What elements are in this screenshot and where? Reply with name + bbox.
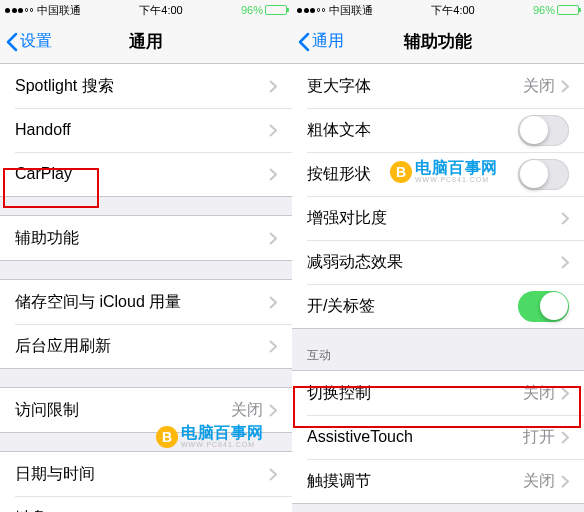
navbar: 设置 通用 — [0, 20, 292, 64]
bold-text-switch[interactable] — [518, 115, 569, 146]
chevron-right-icon — [561, 475, 569, 488]
cell-onoff-labels[interactable]: 开/关标签 — [292, 284, 584, 328]
navbar: 通用 辅助功能 — [292, 20, 584, 64]
onoff-labels-switch[interactable] — [518, 291, 569, 322]
cell-carplay[interactable]: CarPlay — [0, 152, 292, 196]
carrier-label: 中国联通 — [37, 3, 81, 18]
cell-accessibility[interactable]: 辅助功能 — [0, 216, 292, 260]
chevron-right-icon — [561, 431, 569, 444]
cell-button-shapes[interactable]: 按钮形状 — [292, 152, 584, 196]
status-bar: 中国联通 下午4:00 96% — [292, 0, 584, 20]
back-button[interactable]: 通用 — [292, 31, 344, 52]
status-bar: 中国联通 下午4:00 96% — [0, 0, 292, 20]
left-screen: 中国联通 下午4:00 96% 设置 通用 Spotlight 搜索 — [0, 0, 292, 512]
chevron-right-icon — [269, 296, 277, 309]
chevron-right-icon — [269, 404, 277, 417]
cell-assistive-touch[interactable]: AssistiveTouch 打开 — [292, 415, 584, 459]
chevron-left-icon — [6, 32, 18, 52]
signal-dots-icon — [5, 8, 33, 13]
chevron-right-icon — [269, 232, 277, 245]
content-area[interactable]: 更大字体 关闭 粗体文本 按钮形状 增强对比度 减弱动态效果 — [292, 64, 584, 512]
right-screen: 中国联通 下午4:00 96% 通用 辅助功能 更大字体 关闭 — [292, 0, 584, 512]
content-area[interactable]: Spotlight 搜索 Handoff CarPlay 辅助功能 — [0, 64, 292, 512]
signal-dots-icon — [297, 8, 325, 13]
cell-touch-accom[interactable]: 触摸调节 关闭 — [292, 459, 584, 503]
cell-datetime[interactable]: 日期与时间 — [0, 452, 292, 496]
chevron-right-icon — [561, 256, 569, 269]
status-time: 下午4:00 — [139, 3, 182, 18]
cell-storage[interactable]: 储存空间与 iCloud 用量 — [0, 280, 292, 324]
cell-reduce-motion[interactable]: 减弱动态效果 — [292, 240, 584, 284]
button-shapes-switch[interactable] — [518, 159, 569, 190]
chevron-right-icon — [561, 80, 569, 93]
cell-increase-contrast[interactable]: 增强对比度 — [292, 196, 584, 240]
chevron-right-icon — [561, 387, 569, 400]
back-label: 设置 — [20, 31, 52, 52]
back-button[interactable]: 设置 — [0, 31, 52, 52]
chevron-right-icon — [269, 340, 277, 353]
chevron-right-icon — [269, 168, 277, 181]
chevron-right-icon — [269, 468, 277, 481]
back-label: 通用 — [312, 31, 344, 52]
cell-restrictions[interactable]: 访问限制 关闭 — [0, 388, 292, 432]
cell-larger-text[interactable]: 更大字体 关闭 — [292, 64, 584, 108]
carrier-label: 中国联通 — [329, 3, 373, 18]
cell-switch-control[interactable]: 切换控制 关闭 — [292, 371, 584, 415]
cell-handoff[interactable]: Handoff — [0, 108, 292, 152]
chevron-right-icon — [269, 80, 277, 93]
status-time: 下午4:00 — [431, 3, 474, 18]
section-header-interaction: 互动 — [292, 329, 584, 370]
chevron-left-icon — [298, 32, 310, 52]
chevron-right-icon — [561, 212, 569, 225]
cell-spotlight[interactable]: Spotlight 搜索 — [0, 64, 292, 108]
battery-indicator: 96% — [533, 4, 579, 16]
cell-keyboard[interactable]: 键盘 — [0, 496, 292, 512]
battery-indicator: 96% — [241, 4, 287, 16]
cell-bold-text[interactable]: 粗体文本 — [292, 108, 584, 152]
cell-bgrefresh[interactable]: 后台应用刷新 — [0, 324, 292, 368]
chevron-right-icon — [269, 124, 277, 137]
